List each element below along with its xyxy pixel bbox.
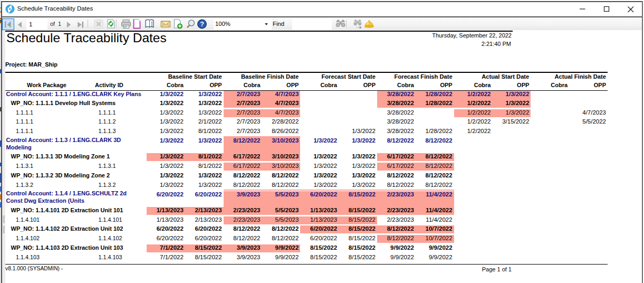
svg-text:?: ? <box>200 21 204 28</box>
